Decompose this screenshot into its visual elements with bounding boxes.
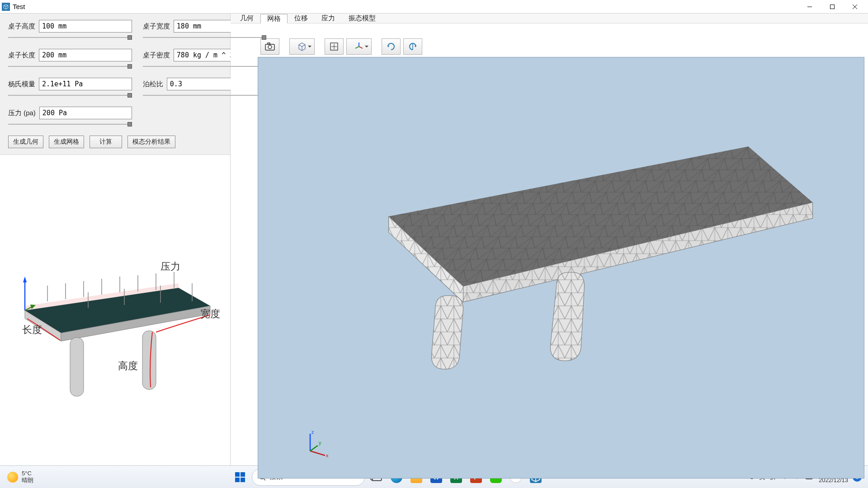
rotate-cw-icon[interactable] — [382, 38, 401, 55]
slider-table-height[interactable] — [8, 34, 132, 41]
slider-pressure[interactable] — [8, 121, 132, 127]
tab-geometry[interactable]: 几何 — [233, 14, 260, 23]
svg-rect-52 — [235, 472, 240, 477]
projection-icon[interactable] — [289, 38, 315, 55]
schematic-preview: 压力 宽度 长度 高度 — [0, 155, 230, 465]
svg-line-35 — [359, 47, 363, 48]
svg-text:z: z — [311, 429, 314, 435]
title-bar: Test — [0, 0, 868, 14]
axis-orient-icon[interactable] — [346, 38, 372, 55]
app-icon — [2, 3, 10, 11]
svg-rect-1 — [830, 5, 835, 9]
gen-geometry-button[interactable]: 生成几何 — [8, 136, 43, 148]
svg-line-48 — [310, 451, 325, 455]
label-table-height: 桌子高度 — [8, 22, 35, 31]
minimize-button[interactable] — [798, 0, 821, 14]
tab-mesh[interactable]: 网格 — [260, 14, 288, 23]
slider-table-width[interactable] — [143, 34, 266, 41]
input-table-length[interactable] — [39, 49, 132, 61]
start-button[interactable] — [232, 469, 248, 485]
camera-icon[interactable] — [260, 38, 279, 55]
label-table-density: 桌子密度 — [143, 51, 170, 60]
svg-rect-54 — [235, 478, 240, 482]
3d-viewport[interactable]: z x y — [258, 57, 864, 479]
schematic-label-width: 宽度 — [200, 308, 220, 319]
svg-rect-15 — [142, 331, 156, 389]
label-youngs-modulus: 杨氏模量 — [8, 80, 35, 89]
svg-rect-55 — [241, 478, 245, 482]
schematic-label-height: 高度 — [118, 360, 138, 371]
main-view: 几何 网格 位移 应力 振态模型 — [231, 14, 868, 465]
weather-temp: 5°C — [22, 470, 33, 477]
taskbar-weather[interactable]: 5°C 晴朗 — [3, 470, 38, 483]
viewport-toolbar — [258, 37, 864, 56]
input-youngs-modulus[interactable] — [39, 78, 132, 90]
svg-marker-5 — [23, 277, 27, 282]
slider-table-density[interactable] — [143, 63, 266, 70]
sun-icon — [7, 472, 18, 483]
svg-line-36 — [355, 47, 359, 48]
svg-text:x: x — [326, 453, 329, 458]
modal-results-button[interactable]: 模态分析结果 — [127, 136, 175, 148]
action-buttons: 生成几何 生成网格 计算 模态分析结果 — [0, 131, 230, 155]
label-poisson-ratio: 泊松比 — [143, 80, 163, 89]
svg-point-29 — [268, 45, 272, 49]
weather-desc: 晴朗 — [22, 477, 33, 483]
compute-button[interactable]: 计算 — [90, 136, 122, 148]
axis-triad-icon: z x y — [299, 428, 330, 460]
close-button[interactable] — [844, 0, 866, 14]
window-title: Test — [13, 3, 25, 10]
slider-table-length[interactable] — [8, 63, 132, 70]
parameter-panel: 桌子高度 桌子宽度 桌子长度 — [0, 14, 230, 131]
tab-modal[interactable]: 振态模型 — [342, 14, 382, 23]
schematic-label-length: 长度 — [22, 324, 42, 335]
sidebar: 桌子高度 桌子宽度 桌子长度 — [0, 14, 231, 465]
label-pressure: 压力 (pa) — [8, 109, 36, 117]
schematic-label-pressure: 压力 — [160, 261, 180, 272]
slider-poisson-ratio[interactable] — [143, 92, 266, 99]
svg-line-50 — [310, 446, 318, 451]
gen-mesh-button[interactable]: 生成网格 — [49, 136, 84, 148]
label-table-width: 桌子宽度 — [143, 22, 170, 31]
svg-rect-53 — [241, 472, 245, 477]
fit-view-icon[interactable] — [325, 38, 344, 55]
tab-stress[interactable]: 应力 — [315, 14, 342, 23]
input-table-height[interactable] — [39, 20, 132, 33]
label-table-length: 桌子长度 — [8, 51, 35, 60]
svg-line-57 — [264, 479, 265, 480]
svg-text:y: y — [319, 440, 321, 446]
rotate-ccw-icon[interactable] — [403, 38, 422, 55]
tab-displacement[interactable]: 位移 — [288, 14, 315, 23]
input-pressure[interactable] — [39, 107, 132, 119]
slider-youngs-modulus[interactable] — [8, 92, 132, 99]
maximize-button[interactable] — [821, 0, 844, 14]
svg-rect-14 — [70, 338, 84, 396]
result-tabs: 几何 网格 位移 应力 振态模型 — [231, 14, 868, 23]
svg-rect-30 — [268, 43, 270, 44]
